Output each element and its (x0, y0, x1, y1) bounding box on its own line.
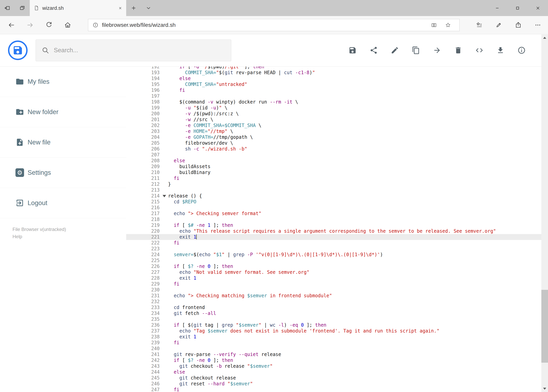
scrollbar-track[interactable] (541, 41, 548, 385)
maximize-button[interactable] (507, 0, 528, 16)
delete-button[interactable] (454, 46, 462, 54)
filebrowser-logo[interactable] (8, 41, 28, 60)
code-line-198[interactable]: 198 $(command -v winpty) docker run --rm… (126, 99, 548, 105)
code-line-221[interactable]: 221 exit 1 (126, 234, 548, 240)
code-line-237[interactable]: 237 echo "Tag $semver does not exist in … (126, 328, 548, 334)
code-line-205[interactable]: 205 filebrowser/dev \ (126, 140, 548, 146)
search-box[interactable] (36, 40, 231, 61)
code-line-246[interactable]: 246 git reset --hard "$semver" (126, 381, 548, 387)
hub-button[interactable] (469, 16, 489, 34)
copy-button[interactable] (412, 46, 420, 54)
minimize-button[interactable] (487, 0, 507, 16)
code-line-196[interactable]: 196 fi (126, 87, 548, 93)
code-line-210[interactable]: 210 buildBinary (126, 169, 548, 175)
code-line-235[interactable]: 235 (126, 316, 548, 322)
code-line-211[interactable]: 211 fi (126, 175, 548, 181)
code-line-193[interactable]: 193 COMMIT_SHA="$(git rev-parse HEAD | c… (126, 70, 548, 76)
more-button[interactable] (528, 16, 548, 34)
code-button[interactable] (475, 46, 483, 54)
code-line-228[interactable]: 228 exit 1 (126, 275, 548, 281)
home-button[interactable] (58, 16, 77, 34)
help-link[interactable]: Help (13, 233, 126, 240)
tab-previews-toggle[interactable] (141, 0, 156, 16)
code-line-236[interactable]: 236 if [ $(git tag | grep "$semver" | wc… (126, 322, 548, 328)
code-line-202[interactable]: 202 -e COMMIT_SHA=$COMMIT_SHA \ (126, 123, 548, 128)
refresh-button[interactable] (40, 16, 58, 34)
code-line-231[interactable]: 231 echo "> Checking matching $semver in… (126, 293, 548, 299)
code-line-192[interactable]: 192 if [ -d "/$(pwd)/.git" ]; then (126, 67, 548, 70)
code-line-234[interactable]: 234 git fetch --all (126, 310, 548, 316)
code-line-242[interactable]: 242 if [ $? -ne 0 ]; then (126, 357, 548, 363)
code-line-207[interactable]: 207 (126, 152, 548, 158)
site-info-icon[interactable] (92, 22, 98, 28)
code-line-233[interactable]: 233 cd frontend (126, 305, 548, 310)
save-button[interactable] (348, 46, 357, 54)
code-editor[interactable]: 192 if [ -d "/$(pwd)/.git" ]; then193 CO… (126, 67, 548, 392)
code-line-197[interactable]: 197 (126, 93, 548, 99)
code-line-213[interactable]: 213 (126, 187, 548, 193)
search-input[interactable] (54, 47, 225, 54)
new-tab-button[interactable] (126, 0, 141, 16)
sidebar-item-new-folder[interactable]: New folder (0, 97, 126, 127)
scrollbar[interactable] (541, 35, 548, 392)
code-line-200[interactable]: 200 -v /$(pwd):/src:z \ (126, 111, 548, 117)
sidebar-item-new-file[interactable]: New file (0, 127, 126, 158)
code-line-224[interactable]: 224 semver=$(echo "$1" | grep -P '^v(0|[… (126, 252, 548, 258)
set-aside-tabs-button[interactable] (0, 0, 15, 16)
code-line-243[interactable]: 243 git checkout -b release "$semver" (126, 363, 548, 369)
code-line-201[interactable]: 201 -w //src \ (126, 117, 548, 123)
code-line-222[interactable]: 222 fi (126, 240, 548, 246)
code-line-216[interactable]: 216 (126, 205, 548, 210)
code-line-240[interactable]: 240 (126, 346, 548, 351)
code-line-204[interactable]: 204 -e GOPATH=//tmp/gopath \ (126, 134, 548, 140)
web-note-button[interactable] (489, 16, 508, 34)
tab-close-button[interactable] (118, 6, 122, 10)
code-line-232[interactable]: 232 (126, 299, 548, 305)
code-line-226[interactable]: 226 if [ $? -ne 0 ]; then (126, 263, 548, 269)
code-line-208[interactable]: 208 else (126, 158, 548, 164)
code-line-229[interactable]: 229 fi (126, 281, 548, 287)
close-window-button[interactable] (528, 0, 548, 16)
address-bar[interactable]: filebrowser.web/files/wizard.sh (88, 19, 460, 31)
code-line-215[interactable]: 215 cd $REPO (126, 199, 548, 205)
sidebar-item-logout[interactable]: Logout (0, 188, 126, 218)
reading-view-button[interactable] (427, 19, 441, 31)
sidebar-item-settings[interactable]: ⚙Settings (0, 158, 126, 188)
code-line-245[interactable]: 245 git checkout release (126, 375, 548, 381)
code-line-194[interactable]: 194 else (126, 76, 548, 81)
move-button[interactable] (433, 46, 441, 54)
code-line-220[interactable]: 220 echo "This release script requires a… (126, 228, 548, 234)
code-line-218[interactable]: 218 (126, 217, 548, 222)
code-line-239[interactable]: 239 fi (126, 340, 548, 346)
scroll-up-button[interactable] (541, 35, 548, 41)
code-line-195[interactable]: 195 COMMIT_SHA="untracked" (126, 81, 548, 87)
share-page-button[interactable] (508, 16, 528, 34)
scroll-down-button[interactable] (541, 385, 548, 392)
back-button[interactable] (2, 16, 21, 34)
code-line-238[interactable]: 238 exit 1 (126, 334, 548, 340)
sidebar-item-my-files[interactable]: My files (0, 67, 126, 97)
add-favorite-button[interactable] (441, 19, 455, 31)
code-line-214[interactable]: 214release () { (126, 193, 548, 199)
show-tabs-button[interactable] (15, 0, 30, 16)
code-line-247[interactable]: 247 fi (126, 387, 548, 392)
share-button[interactable] (370, 46, 378, 54)
code-line-217[interactable]: 217 echo "> Checking semver format" (126, 210, 548, 217)
code-line-199[interactable]: 199 -u "$(id -u)" \ (126, 105, 548, 111)
scrollbar-thumb[interactable] (541, 290, 548, 363)
code-line-203[interactable]: 203 -e HOME="//tmp" \ (126, 128, 548, 134)
code-line-225[interactable]: 225 (126, 258, 548, 263)
forward-button[interactable] (21, 16, 40, 34)
code-line-227[interactable]: 227 echo "Not valid semver format. See s… (126, 269, 548, 275)
browser-tab[interactable]: wizard.sh (30, 0, 126, 16)
code-line-209[interactable]: 209 buildAssets (126, 164, 548, 169)
download-button[interactable] (496, 46, 505, 54)
code-line-219[interactable]: 219 if [ $# -ne 1 ]; then (126, 222, 548, 228)
code-line-244[interactable]: 244 else (126, 369, 548, 375)
code-line-223[interactable]: 223 (126, 246, 548, 252)
rename-button[interactable] (391, 46, 399, 54)
code-line-206[interactable]: 206 sh -c "./wizard.sh -b" (126, 146, 548, 152)
info-button[interactable] (518, 46, 526, 54)
code-line-241[interactable]: 241 git rev-parse --verify --quiet relea… (126, 351, 548, 357)
code-line-230[interactable]: 230 (126, 287, 548, 293)
